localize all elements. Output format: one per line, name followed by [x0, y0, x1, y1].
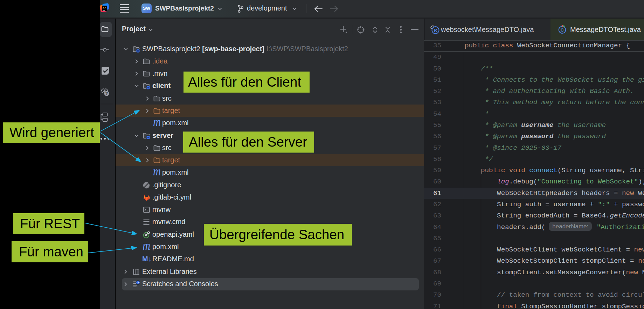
- svg-text:?: ?: [105, 91, 108, 96]
- svg-text:C: C: [561, 27, 564, 33]
- svg-text:R: R: [434, 28, 437, 33]
